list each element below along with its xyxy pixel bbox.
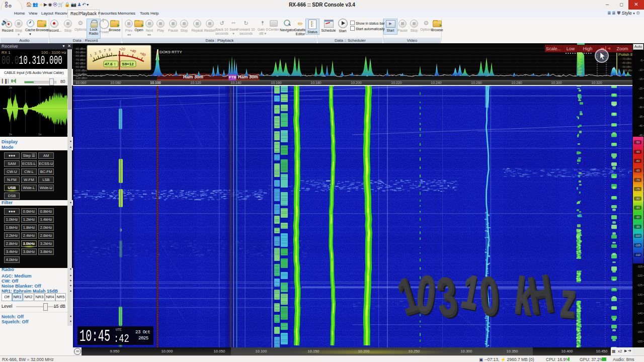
svg-text:10.300: 10.300 xyxy=(551,81,562,84)
svg-text:-100 dBm: -100 dBm xyxy=(75,69,87,72)
svg-text:10.280: 10.280 xyxy=(511,81,522,84)
svg-text:-135: -135 xyxy=(637,302,642,305)
svg-text:-140: -140 xyxy=(637,312,642,315)
svg-text:10.120: 10.120 xyxy=(190,81,201,84)
svg-text:-145: -145 xyxy=(637,321,642,324)
svg-text:-35: -35 xyxy=(638,115,642,118)
svg-text:-20: -20 xyxy=(638,87,642,90)
svg-text:-15: -15 xyxy=(638,77,642,80)
svg-text:10.100: 10.100 xyxy=(150,81,161,84)
svg-text:-105: -105 xyxy=(635,244,640,247)
svg-text:Zoom: Zoom xyxy=(616,46,628,51)
svg-text:+20: +20 xyxy=(119,47,125,51)
svg-text:47.6 ↕: 47.6 ↕ xyxy=(105,62,116,66)
svg-text:10.080: 10.080 xyxy=(110,81,121,84)
svg-text:-70: -70 xyxy=(636,178,640,182)
svg-text:-90: -90 xyxy=(636,216,640,219)
svg-text:-70 dBm: -70 dBm xyxy=(75,58,86,61)
svg-text:-110: -110 xyxy=(635,253,640,256)
svg-text:-110 dBm: -110 dBm xyxy=(75,72,87,75)
svg-text:-100: -100 xyxy=(635,234,640,237)
svg-text:-10: -10 xyxy=(638,68,642,71)
svg-text:-80 dBm: -80 dBm xyxy=(622,61,631,64)
svg-text:-125: -125 xyxy=(637,284,642,287)
svg-text:-5: -5 xyxy=(640,59,642,62)
svg-text:-60: -60 xyxy=(636,159,640,162)
svg-text:-25: -25 xyxy=(638,97,642,100)
svg-text:-80: -80 xyxy=(636,197,640,200)
svg-text:-155: -155 xyxy=(637,340,642,343)
svg-text:-40 dBm: -40 dBm xyxy=(75,47,86,50)
svg-text:Low: Low xyxy=(567,46,575,51)
svg-text:10.140: 10.140 xyxy=(230,81,242,84)
svg-text:-95: -95 xyxy=(636,225,640,228)
svg-text:10.160: 10.160 xyxy=(271,81,282,84)
svg-text:-50 dBm: -50 dBm xyxy=(75,51,86,54)
svg-text:-130: -130 xyxy=(637,293,642,296)
svg-text:-150: -150 xyxy=(637,330,642,333)
svg-text:10.200: 10.200 xyxy=(351,81,362,84)
svg-text:-115: -115 xyxy=(637,265,642,268)
svg-text:Scale...: Scale... xyxy=(546,46,561,51)
svg-text:-120 dBm: -120 dBm xyxy=(75,76,87,79)
svg-text:10.260: 10.260 xyxy=(471,81,482,84)
svg-text:-65: -65 xyxy=(636,169,640,172)
svg-text:-75: -75 xyxy=(636,188,640,191)
svg-text:10.320: 10.320 xyxy=(591,81,602,84)
svg-text:-100 dBm: -100 dBm xyxy=(622,69,632,72)
svg-text:-90 dBm: -90 dBm xyxy=(622,65,631,68)
svg-text:10.220: 10.220 xyxy=(391,81,402,84)
svg-text:-40: -40 xyxy=(638,124,642,127)
svg-text:10.240: 10.240 xyxy=(431,81,442,84)
svg-text:-85: -85 xyxy=(636,206,640,209)
svg-text:DOK9 RTTY: DOK9 RTTY xyxy=(159,50,182,54)
svg-text:10.180: 10.180 xyxy=(310,81,321,84)
svg-text:-55: -55 xyxy=(636,150,640,153)
svg-text:-90 dBm: -90 dBm xyxy=(75,65,86,68)
svg-text:-50: -50 xyxy=(636,141,640,144)
svg-text:-120: -120 xyxy=(637,274,642,277)
svg-text:-80 dBm: -80 dBm xyxy=(75,62,86,65)
svg-text:10.060: 10.060 xyxy=(75,81,87,84)
svg-text:-70 dBm: -70 dBm xyxy=(622,57,631,60)
svg-text:Ham 30m: Ham 30m xyxy=(183,74,203,79)
svg-text:Polish E11: Polish E11 xyxy=(618,52,632,57)
svg-text:-30: -30 xyxy=(638,106,642,109)
svg-text:S9+12: S9+12 xyxy=(122,62,134,66)
svg-text:Ham 30m: Ham 30m xyxy=(238,74,258,79)
svg-text:-60 dBm: -60 dBm xyxy=(75,54,86,57)
svg-text:-45: -45 xyxy=(638,134,642,137)
svg-text:FT8: FT8 xyxy=(229,75,236,79)
svg-text:High: High xyxy=(583,46,593,51)
